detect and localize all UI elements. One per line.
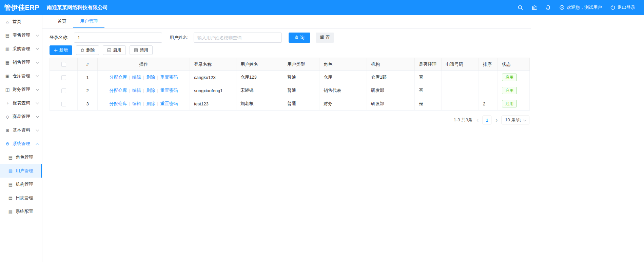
chevron-down-icon [36,46,39,50]
link-separator [143,75,144,80]
column-header: 是否经理 [415,58,442,71]
reset-password-link[interactable]: 重置密码 [160,88,178,93]
logout-button[interactable]: 退出登录 [610,4,635,11]
sidebar-item-finance[interactable]: ◫ 财务管理 [0,83,42,96]
link-separator [129,75,130,80]
bell-icon[interactable] [545,5,551,11]
user-table: #操作登录名称用户姓名用户类型角色机构是否经理电话号码排序状态 1 分配仓库编辑… [50,58,530,110]
purchase-icon: ▥ [5,46,10,52]
cell-sort: 2 [479,97,498,110]
top-header: 管伊佳ERP 南通某某网络科技有限公司 欢迎您，测试用户 退出登录 [0,0,644,15]
logout-icon [610,5,616,10]
column-header: 登录名称 [190,58,236,71]
sidebar-item-home[interactable]: ⌂ 首页 [0,15,42,28]
status-badge[interactable]: 启用 [502,74,517,81]
sidebar-item-basic[interactable]: ⊞ 基本资料 [0,123,42,137]
link-separator [129,88,130,93]
assign-warehouse-link[interactable]: 分配仓库 [109,101,127,106]
edit-link[interactable]: 编辑 [132,101,141,106]
filter-bar: 登录名称: 用户姓名: 查 询 重 置 [50,33,531,43]
row-checkbox[interactable] [61,88,66,93]
row-checkbox[interactable] [61,102,66,106]
cell-org: 研发部 [367,84,415,97]
column-header: 用户类型 [283,58,319,71]
tab-home[interactable]: 首页 [51,15,73,28]
add-button[interactable]: 新增 [50,45,72,55]
sidebar: ⌂ 首页 ▤ 零售管理 ▥ 采购管理 ▦ 销售管理 ▣ 仓库管理 ◫ 财务管理 … [0,15,42,262]
enable-button[interactable]: 启用 [103,45,126,55]
sidebar-item-system[interactable]: ⚙ 系统管理 [0,137,42,150]
sidebar-subitem-config[interactable]: ▤ 系统配置 [0,205,42,218]
sidebar-item-warehouse[interactable]: ▣ 仓库管理 [0,69,42,83]
cell-status: 启用 [498,71,530,84]
chevron-down-icon [36,60,39,63]
app-logo: 管伊佳ERP [0,3,42,12]
cell-usertype: 普通 [283,97,319,110]
chevron-down-icon [36,87,39,90]
user-name-input[interactable] [194,33,282,43]
column-header: 用户姓名 [236,58,283,71]
link-separator [143,101,144,106]
delete-link[interactable]: 删除 [146,88,155,93]
cell-org: 仓库1部 [367,71,415,84]
reset-button[interactable]: 重 置 [316,33,334,43]
sidebar-item-report[interactable]: ◔ 报表查询 [0,96,42,110]
sidebar-subitem-org[interactable]: ▤ 机构管理 [0,178,42,191]
doc-icon: ▤ [8,182,13,187]
current-page[interactable]: 1 [483,116,491,124]
column-header: 操作 [98,58,190,71]
delete-link[interactable]: 删除 [146,101,155,106]
sidebar-item-purchase[interactable]: ▥ 采购管理 [0,42,42,56]
prev-page-button[interactable] [475,117,480,123]
next-page-button[interactable] [494,117,499,123]
login-name-input[interactable] [74,33,162,43]
sidebar-item-retail[interactable]: ▤ 零售管理 [0,28,42,42]
goods-icon: ◇ [5,114,10,119]
tab-user-management[interactable]: 用户管理 [73,15,104,28]
sidebar-subitem-role[interactable]: ▤ 角色管理 [0,150,42,164]
sidebar-item-sales[interactable]: ▦ 销售管理 [0,56,42,69]
edit-link[interactable]: 编辑 [132,88,141,93]
pagination-summary: 1-3 共3条 [454,117,473,123]
status-badge[interactable]: 启用 [502,87,517,94]
select-all-checkbox[interactable] [61,62,66,67]
cell-username: 宋晓锋 [236,84,283,97]
cell-role: 销售代表 [319,84,367,97]
assign-warehouse-link[interactable]: 分配仓库 [109,88,127,93]
delete-button[interactable]: 删除 [76,45,99,55]
column-header: # [78,58,98,71]
cell-phone [442,84,479,97]
cell-role: 财务 [319,97,367,110]
cell-phone [442,71,479,84]
column-header: 电话号码 [442,58,479,71]
sales-icon: ▦ [5,60,10,65]
assign-warehouse-link[interactable]: 分配仓库 [109,75,127,80]
sidebar-item-goods[interactable]: ◇ 商品管理 [0,110,42,123]
table-row: 2 分配仓库编辑删除重置密码 songxiaofeng1 宋晓锋 普通 销售代表… [50,84,530,97]
reset-password-link[interactable]: 重置密码 [160,101,178,106]
main-area: 首页用户管理 登录名称: 用户姓名: 查 询 重 置 新增 [42,15,644,262]
cell-manager: 否 [415,71,442,84]
chevron-down-icon [36,128,39,131]
row-checkbox[interactable] [61,75,66,80]
sidebar-subitem-user[interactable]: ▤ 用户管理 [0,164,42,178]
doc-icon: ▤ [8,168,13,174]
reset-password-link[interactable]: 重置密码 [160,75,178,80]
status-badge[interactable]: 启用 [502,100,517,107]
disable-button[interactable]: 禁用 [130,45,153,55]
page-size-select[interactable]: 10 条/页 [502,116,529,124]
doc-icon: ▤ [8,209,13,214]
chevron-down-icon [36,101,39,104]
cell-usertype: 普通 [283,71,319,84]
welcome-user[interactable]: 欢迎您，测试用户 [559,4,602,11]
sidebar-subitem-log[interactable]: ▤ 日志管理 [0,191,42,205]
edit-link[interactable]: 编辑 [132,75,141,80]
delete-link[interactable]: 删除 [146,75,155,80]
link-separator [157,101,158,106]
bank-icon[interactable] [531,5,537,11]
logout-label: 退出登录 [618,4,635,11]
row-actions: 分配仓库编辑删除重置密码 [98,97,190,110]
search-button[interactable]: 查 询 [289,33,310,43]
search-icon[interactable] [518,5,523,11]
column-header: 机构 [367,58,415,71]
